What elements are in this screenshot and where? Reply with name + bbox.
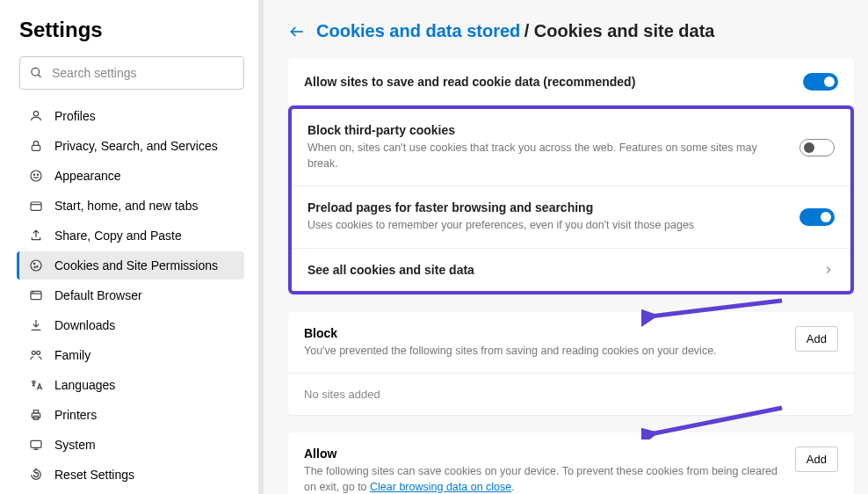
sidebar-item-languages[interactable]: Languages — [17, 371, 244, 399]
svg-rect-7 — [31, 202, 41, 210]
preload-row: Preload pages for faster browsing and se… — [292, 186, 850, 249]
sidebar-label: Privacy, Search, and Services — [54, 139, 218, 153]
sidebar-item-lock[interactable]: Privacy, Search, and Services — [17, 132, 244, 160]
cookies-icon — [28, 258, 44, 272]
allow-cookies-row: Allow sites to save and read cookie data… — [288, 59, 854, 105]
allow-section-head: Allow The following sites can save cooki… — [288, 432, 854, 494]
sidebar-label: Default Browser — [54, 288, 142, 302]
download-icon — [28, 318, 44, 332]
sidebar-item-share[interactable]: Share, Copy and Paste — [17, 222, 244, 250]
svg-rect-21 — [31, 440, 41, 447]
sidebar-item-browser[interactable]: Default Browser — [17, 281, 244, 309]
svg-line-1 — [38, 75, 40, 77]
sidebar-item-download[interactable]: Downloads — [17, 311, 244, 339]
sidebar-label: Reset Settings — [54, 468, 134, 482]
settings-title: Settings — [19, 18, 244, 42]
sidebar-label: Appearance — [54, 169, 121, 183]
breadcrumb-separator: / — [524, 21, 534, 40]
chevron-right-icon — [822, 264, 835, 276]
see-all-row[interactable]: See all cookies and site data — [292, 249, 850, 291]
cookie-settings-card: Allow sites to save and read cookie data… — [288, 59, 854, 294]
svg-rect-3 — [32, 145, 40, 150]
sidebar-label: Start, home, and new tabs — [54, 199, 198, 213]
allow-cookies-title: Allow sites to save and read cookie data… — [304, 75, 789, 89]
breadcrumb-parent[interactable]: Cookies and data stored — [316, 21, 520, 40]
sidebar-item-printer[interactable]: Printers — [17, 401, 244, 429]
appearance-icon — [28, 169, 44, 183]
block-empty-state: No sites added — [288, 374, 854, 415]
sidebar-label: Downloads — [54, 318, 115, 332]
block-add-button[interactable]: Add — [795, 326, 838, 352]
sidebar-item-reset[interactable]: Reset Settings — [17, 461, 244, 489]
share-icon — [28, 229, 44, 243]
svg-point-12 — [34, 266, 35, 267]
search-icon — [30, 67, 43, 80]
printer-icon — [28, 408, 44, 422]
see-all-title: See all cookies and site data — [307, 263, 808, 277]
family-icon — [28, 348, 44, 362]
preload-desc: Uses cookies to remember your preference… — [307, 218, 785, 234]
svg-point-16 — [32, 351, 35, 354]
sidebar-item-cookies[interactable]: Cookies and Site Permissions — [17, 251, 244, 280]
main-content: Cookies and data stored / Cookies and si… — [264, 0, 868, 494]
block-section: Block You've prevented the following sit… — [288, 312, 854, 416]
reset-icon — [28, 468, 44, 482]
allow-desc-suffix: . — [511, 481, 514, 493]
sidebar-item-family[interactable]: Family — [17, 341, 244, 369]
preload-toggle[interactable] — [799, 208, 835, 226]
breadcrumb: Cookies and data stored / Cookies and si… — [288, 21, 854, 41]
sidebar-label: Share, Copy and Paste — [54, 229, 182, 243]
languages-icon — [28, 378, 44, 392]
lock-icon — [28, 139, 44, 153]
svg-point-6 — [37, 174, 38, 175]
block-desc: You've prevented the following sites fro… — [304, 344, 781, 360]
svg-point-2 — [33, 112, 38, 116]
browser-icon — [28, 288, 44, 302]
sidebar-item-profile[interactable]: Profiles — [17, 102, 244, 130]
block-third-party-row: Block third-party cookies When on, sites… — [292, 109, 850, 186]
allow-add-button[interactable]: Add — [795, 447, 838, 472]
sidebar-nav: ProfilesPrivacy, Search, and ServicesApp… — [19, 102, 244, 494]
block-third-party-title: Block third-party cookies — [307, 123, 785, 137]
block-third-party-toggle[interactable] — [799, 139, 835, 156]
sidebar-label: Profiles — [54, 109, 96, 123]
block-third-party-desc: When on, sites can't use cookies that tr… — [307, 141, 785, 171]
sidebar-label: System — [54, 438, 96, 452]
svg-point-9 — [31, 260, 41, 271]
clear-browsing-link[interactable]: Clear browsing data on close — [370, 481, 511, 493]
back-button[interactable] — [288, 23, 306, 40]
tabs-icon — [28, 199, 44, 213]
sidebar-label: Printers — [54, 408, 97, 422]
svg-point-11 — [37, 266, 38, 267]
allow-section: Allow The following sites can save cooki… — [288, 432, 854, 494]
sidebar-item-phone[interactable]: Phone and Other Devices — [17, 490, 244, 494]
highlight-annotation: Block third-party cookies When on, sites… — [288, 105, 854, 294]
sidebar-item-system[interactable]: System — [17, 431, 244, 459]
system-icon — [28, 438, 44, 452]
breadcrumb-current: Cookies and site data — [534, 21, 715, 40]
settings-sidebar: Settings ProfilesPrivacy, Search, and Se… — [0, 0, 264, 494]
svg-point-15 — [33, 292, 33, 293]
svg-point-10 — [33, 263, 34, 264]
allow-desc: The following sites can save cookies on … — [304, 464, 781, 494]
search-container — [19, 56, 244, 90]
allow-cookies-toggle[interactable] — [803, 73, 838, 91]
svg-point-17 — [37, 351, 40, 354]
profile-icon — [28, 109, 44, 123]
svg-point-4 — [31, 171, 41, 181]
svg-point-0 — [32, 68, 40, 76]
sidebar-label: Languages — [54, 378, 115, 392]
preload-title: Preload pages for faster browsing and se… — [307, 200, 785, 214]
allow-title: Allow — [304, 447, 781, 461]
sidebar-label: Family — [54, 348, 90, 362]
block-title: Block — [304, 326, 781, 340]
search-input[interactable] — [19, 56, 244, 90]
sidebar-item-tabs[interactable]: Start, home, and new tabs — [17, 192, 244, 220]
sidebar-label: Cookies and Site Permissions — [54, 258, 218, 272]
svg-rect-19 — [33, 410, 38, 413]
sidebar-item-appearance[interactable]: Appearance — [17, 162, 244, 190]
svg-point-5 — [33, 174, 34, 175]
block-section-head: Block You've prevented the following sit… — [288, 312, 854, 374]
